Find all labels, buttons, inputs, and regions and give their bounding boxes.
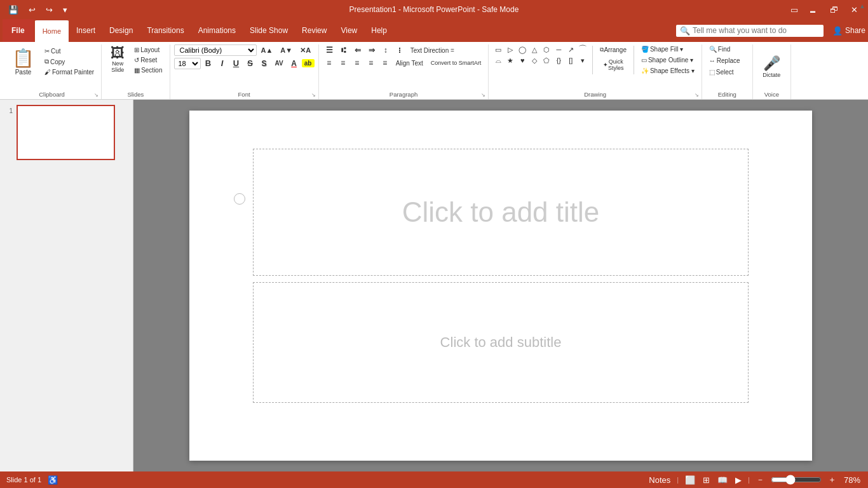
shape-arrow-line[interactable]: ↗ <box>565 44 576 55</box>
shape-hexagon[interactable]: ⬡ <box>541 44 552 55</box>
decrease-font-button[interactable]: A▼ <box>277 45 295 55</box>
paste-button[interactable]: 📋 Paste <box>6 44 40 79</box>
shape-star[interactable]: ★ <box>505 55 516 65</box>
char-spacing-button[interactable]: AV <box>272 58 287 68</box>
zoom-out-icon[interactable]: － <box>755 473 766 487</box>
align-right-button[interactable]: ≡ <box>351 57 363 69</box>
text-direction-button[interactable]: Text Direction = <box>407 46 458 55</box>
undo-icon[interactable]: ↩ <box>25 4 39 16</box>
shape-outline-button[interactable]: ▭ Shape Outline ▾ <box>638 55 698 65</box>
slideshow-icon[interactable]: ▶ <box>734 474 743 486</box>
restore-button[interactable]: 🗗 <box>825 4 843 16</box>
file-menu-button[interactable]: File <box>3 19 34 42</box>
shape-right-arrow[interactable]: ▷ <box>505 44 516 55</box>
tab-help[interactable]: Help <box>365 19 393 42</box>
clipboard-dialog-icon[interactable]: ↘ <box>94 92 98 98</box>
paragraph-dialog-icon[interactable]: ↘ <box>481 92 485 98</box>
shape-more[interactable]: ▾ <box>577 55 588 65</box>
bold-button[interactable]: B <box>202 57 215 69</box>
arrange-button[interactable]: ⧉ Arrange <box>597 44 630 55</box>
subtitle-placeholder[interactable]: Click to add subtitle <box>253 282 749 403</box>
minimize-button[interactable]: 🗕 <box>804 4 822 16</box>
indent-less-button[interactable]: ⇐ <box>351 44 364 56</box>
redo-icon[interactable]: ↪ <box>43 4 56 16</box>
slide-thumb-1[interactable]: 1 <box>4 105 129 160</box>
line-spacing-button[interactable]: ↕ <box>379 44 392 56</box>
increase-font-button[interactable]: A▲ <box>258 45 276 55</box>
shape-diamond[interactable]: ◇ <box>529 55 540 65</box>
format-painter-button[interactable]: 🖌 Format Painter <box>41 67 97 77</box>
underline-button[interactable]: U <box>230 57 243 69</box>
shape-brace[interactable]: {} <box>553 55 564 65</box>
tab-slideshow[interactable]: Slide Show <box>243 19 294 42</box>
accessibility-icon[interactable]: ♿ <box>46 474 59 486</box>
indent-more-button[interactable]: ⇒ <box>365 44 378 56</box>
highlight-button[interactable]: ab <box>302 59 315 67</box>
search-bar[interactable]: 🔍 <box>676 25 824 37</box>
align-center-button[interactable]: ≡ <box>337 57 349 69</box>
drawing-dialog-icon[interactable]: ↘ <box>695 92 699 98</box>
zoom-in-icon[interactable]: ＋ <box>827 473 837 487</box>
convert-smartart-button[interactable]: Convert to SmartArt <box>428 58 485 67</box>
new-slide-button[interactable]: 🖼 NewSlide <box>105 44 130 75</box>
shape-rectangle[interactable]: ▭ <box>492 44 504 55</box>
customize-qat-icon[interactable]: ▾ <box>60 4 71 16</box>
title-placeholder[interactable]: Click to add title <box>253 149 749 276</box>
slide-thumbnail-1[interactable] <box>17 105 115 160</box>
save-icon[interactable]: 💾 <box>5 4 22 16</box>
search-input[interactable] <box>693 26 820 35</box>
restore-down-icon[interactable]: ▭ <box>787 4 801 16</box>
font-size-select[interactable]: 18 <box>174 58 201 69</box>
replace-button[interactable]: ↔ Replace <box>706 56 749 65</box>
align-text-button[interactable]: Align Text <box>393 58 426 68</box>
shadow-button[interactable]: S <box>258 58 271 69</box>
normal-view-icon[interactable]: ⬜ <box>684 474 696 486</box>
shape-circle[interactable]: ◯ <box>517 44 528 55</box>
tab-insert[interactable]: Insert <box>70 19 102 42</box>
reset-button[interactable]: ↺ Reset <box>131 55 165 65</box>
align-extra-button[interactable]: ≡ <box>379 57 391 69</box>
align-left-button[interactable]: ≡ <box>323 57 336 69</box>
shape-line[interactable]: ─ <box>553 44 564 55</box>
quick-styles-button[interactable]: ✦ QuickStyles <box>597 57 630 73</box>
tab-review[interactable]: Review <box>295 19 333 42</box>
numbering-button[interactable]: ⑆ <box>337 44 350 56</box>
select-button[interactable]: ⬚ Select <box>706 67 749 77</box>
tab-home[interactable]: Home <box>35 19 69 42</box>
bullets-button[interactable]: ☰ <box>323 44 336 56</box>
justify-button[interactable]: ≡ <box>365 57 377 69</box>
shape-callout[interactable]: ⌓ <box>492 55 504 65</box>
font-dialog-icon[interactable]: ↘ <box>311 92 316 98</box>
collapse-ribbon-button[interactable]: ▲ <box>859 3 865 10</box>
share-button[interactable]: 👤 Share <box>832 26 865 36</box>
tab-animations[interactable]: Animations <box>192 19 242 42</box>
zoom-level[interactable]: 78% <box>843 474 862 486</box>
columns-button[interactable]: ⫶ <box>393 44 406 56</box>
shape-effects-button[interactable]: ✨ Shape Effects ▾ <box>638 66 698 76</box>
find-button[interactable]: 🔍 Find <box>706 44 749 54</box>
cut-button[interactable]: ✂ Cut <box>41 46 97 56</box>
shape-heart[interactable]: ♥ <box>517 55 528 65</box>
font-color-button[interactable]: A <box>288 58 301 69</box>
tab-transitions[interactable]: Transitions <box>140 19 190 42</box>
italic-button[interactable]: I <box>216 57 229 69</box>
dictate-button[interactable]: 🎤 Dictate <box>759 53 783 80</box>
clear-format-button[interactable]: ✕A <box>297 45 314 56</box>
slide-canvas[interactable]: Click to add title Click to add subtitle <box>189 111 812 461</box>
shape-triangle[interactable]: △ <box>529 44 540 55</box>
layout-button[interactable]: ⊞ Layout <box>131 45 165 55</box>
strikethrough-button[interactable]: S <box>244 57 257 69</box>
shape-curve[interactable]: ⌒ <box>577 44 588 55</box>
reading-view-icon[interactable]: 📖 <box>716 474 729 486</box>
copy-button[interactable]: ⧉ Copy <box>41 57 97 67</box>
shape-fill-button[interactable]: 🪣 Shape Fill ▾ <box>638 44 698 54</box>
font-name-select[interactable]: Calibri (Body) <box>174 44 257 56</box>
zoom-slider[interactable] <box>771 475 822 485</box>
shape-pentagon[interactable]: ⬠ <box>541 55 552 65</box>
slide-sorter-icon[interactable]: ⊞ <box>702 474 711 486</box>
tab-design[interactable]: Design <box>103 19 139 42</box>
notes-button[interactable]: Notes <box>648 474 672 486</box>
shape-bracket[interactable]: [] <box>565 55 576 65</box>
tab-view[interactable]: View <box>334 19 363 42</box>
section-button[interactable]: ▦ Section <box>131 65 165 75</box>
